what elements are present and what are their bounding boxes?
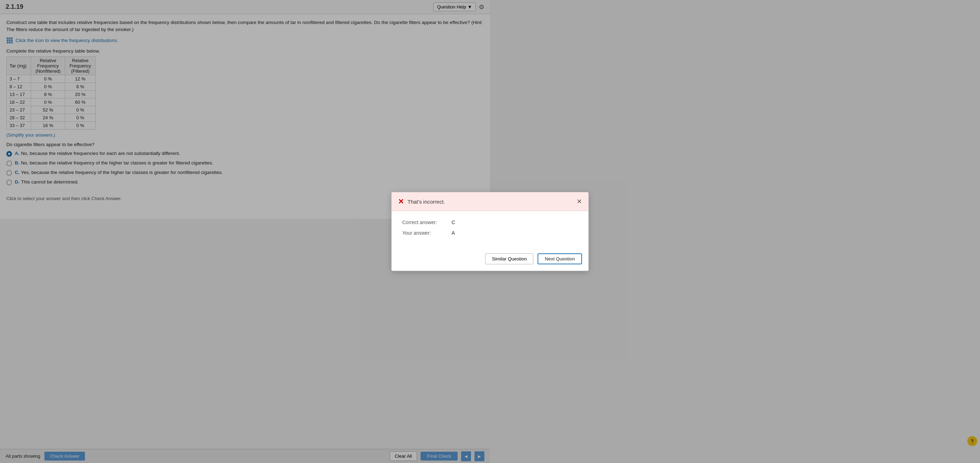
modal-body: Correct answer: C Your answer: A bbox=[391, 211, 490, 232]
your-answer-value: A bbox=[452, 230, 455, 232]
modal-header: ✕ That's incorrect. ✕ bbox=[391, 192, 490, 211]
error-x-icon: ✕ bbox=[398, 197, 404, 206]
incorrect-modal: ✕ That's incorrect. ✕ Correct answer: C … bbox=[391, 192, 490, 232]
correct-answer-label: Correct answer: bbox=[402, 219, 452, 225]
your-answer-row: Your answer: A bbox=[402, 230, 490, 232]
modal-title: That's incorrect. bbox=[407, 199, 445, 205]
correct-answer-value: C bbox=[452, 219, 455, 225]
modal-header-left: ✕ That's incorrect. bbox=[398, 197, 445, 206]
modal-overlay: ✕ That's incorrect. ✕ Correct answer: C … bbox=[0, 0, 490, 232]
correct-answer-row: Correct answer: C bbox=[402, 219, 490, 225]
your-answer-label: Your answer: bbox=[402, 230, 452, 232]
